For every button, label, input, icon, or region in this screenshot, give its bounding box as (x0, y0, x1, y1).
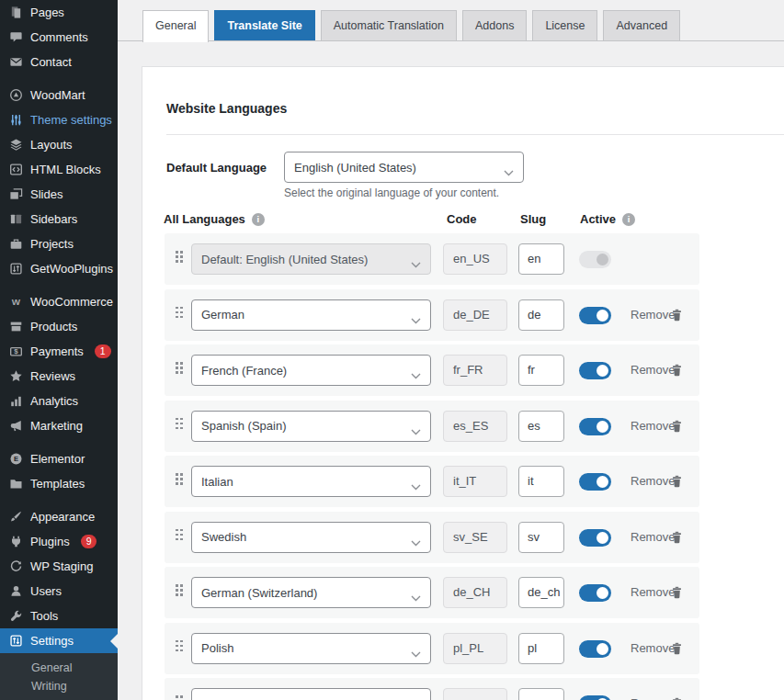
active-toggle[interactable] (579, 418, 611, 435)
info-icon[interactable]: i (252, 213, 265, 226)
sidebar-item-pages[interactable]: Pages (0, 0, 118, 25)
sidebar-item-tools[interactable]: Tools (0, 604, 118, 628)
slug-input[interactable]: fr (518, 355, 564, 386)
trash-icon[interactable] (670, 308, 684, 322)
drag-handle[interactable] (176, 307, 183, 323)
slug-input[interactable]: en (518, 243, 564, 275)
slug-input[interactable]: it (518, 466, 564, 497)
submenu-item-general[interactable]: General (0, 659, 118, 677)
active-toggle[interactable] (579, 473, 611, 491)
trash-icon[interactable] (670, 474, 684, 489)
sidebar-item-html-blocks[interactable]: HTML Blocks (0, 157, 118, 182)
sidebar-item-slides[interactable]: Slides (0, 182, 118, 207)
language-select[interactable]: German (Switzerland) (191, 577, 431, 608)
sidebar-item-comments[interactable]: Comments (0, 25, 118, 50)
sidebar-item-analytics[interactable]: Analytics (0, 389, 118, 413)
sidebar-item-appearance[interactable]: Appearance (0, 504, 118, 529)
sidebar-item-elementor[interactable]: EElementor (0, 446, 118, 471)
sidebar-item-reviews[interactable]: Reviews (0, 364, 118, 389)
drag-handle[interactable] (176, 418, 183, 435)
slug-input[interactable]: de_ch (518, 577, 564, 608)
notification-badge: 1 (95, 344, 111, 358)
active-toggle[interactable] (579, 362, 611, 379)
sidebar-item-projects[interactable]: Projects (0, 231, 118, 256)
language-row: Polishpl_PLplRemove (165, 623, 699, 674)
language-select[interactable]: Spanish (Spain) (191, 411, 431, 442)
active-toggle[interactable] (579, 640, 611, 658)
slug-input[interactable]: es (518, 411, 564, 442)
wp-staging-icon (8, 559, 23, 574)
slug-input[interactable]: pl (518, 633, 564, 664)
trash-icon[interactable] (670, 696, 684, 700)
code-field: en_US (443, 243, 507, 275)
divider (166, 134, 784, 135)
remove-button[interactable]: Remove (631, 678, 675, 700)
sidebar-item-templates[interactable]: Templates (0, 471, 118, 496)
tab-addons[interactable]: Addons (462, 10, 527, 40)
sidebar-item-label: Products (30, 320, 77, 333)
drag-handle[interactable] (176, 362, 183, 378)
trash-icon[interactable] (670, 363, 684, 378)
trash-icon[interactable] (670, 585, 684, 600)
trash-icon[interactable] (670, 419, 684, 434)
drag-handle[interactable] (176, 529, 183, 546)
active-toggle[interactable] (579, 584, 611, 602)
slug-input[interactable] (518, 688, 564, 700)
remove-button[interactable]: Remove (631, 456, 675, 507)
tab-license[interactable]: License (532, 10, 597, 40)
trash-icon[interactable] (670, 641, 684, 656)
sidebar-item-layouts[interactable]: Layouts (0, 132, 118, 157)
submenu-item-writing[interactable]: Writing (0, 677, 118, 695)
sidebar-item-label: Projects (30, 237, 74, 251)
remove-button[interactable]: Remove (631, 567, 675, 618)
sidebar-item-contact[interactable]: Contact (0, 50, 118, 74)
marketing-icon (8, 419, 23, 434)
active-toggle[interactable] (579, 307, 611, 324)
sidebar-item-users[interactable]: Users (0, 579, 118, 604)
remove-button[interactable]: Remove (631, 344, 675, 396)
language-select[interactable] (191, 688, 431, 700)
sidebar-item-plugins[interactable]: Plugins9 (0, 529, 118, 554)
language-select[interactable]: German (191, 299, 431, 331)
remove-button[interactable]: Remove (631, 289, 675, 341)
language-select[interactable]: Polish (191, 633, 431, 664)
slug-input[interactable]: sv (518, 522, 564, 553)
sidebar-item-settings[interactable]: Settings (0, 628, 118, 653)
drag-handle[interactable] (176, 473, 183, 490)
remove-button[interactable]: Remove (631, 401, 675, 452)
drag-handle[interactable] (176, 640, 183, 657)
svg-text:E: E (14, 455, 18, 463)
tab-general[interactable]: General (142, 10, 209, 42)
remove-button[interactable]: Remove (631, 512, 675, 563)
sidebar-item-payments[interactable]: $Payments1 (0, 339, 118, 364)
sidebar-item-woocommerce[interactable]: WWooCommerce (0, 289, 118, 314)
sidebar-item-marketing[interactable]: Marketing (0, 413, 118, 438)
sidebar-item-products[interactable]: Products (0, 314, 118, 339)
info-icon[interactable]: i (622, 213, 635, 226)
language-select[interactable]: Italian (191, 466, 431, 497)
remove-button[interactable]: Remove (631, 623, 675, 674)
sidebar-item-wp-staging[interactable]: WP Staging (0, 554, 118, 579)
language-row: Germande_DEdeRemove (165, 289, 699, 341)
language-select[interactable]: French (France) (191, 355, 431, 386)
tab-advanced[interactable]: Advanced (603, 10, 680, 40)
active-toggle[interactable] (579, 529, 611, 547)
drag-handle[interactable] (176, 251, 183, 267)
active-toggle[interactable] (579, 695, 611, 700)
drag-handle[interactable] (176, 584, 183, 601)
language-select[interactable]: Default: English (United States) (191, 243, 431, 275)
sidebar-item-getwooplugins[interactable]: GetWooPlugins (0, 256, 118, 281)
tab-automatic-translation[interactable]: Automatic Translation (321, 10, 457, 40)
tab-translate-site[interactable]: Translate Site (214, 10, 314, 40)
sidebar-item-theme-settings[interactable]: Theme settings (0, 107, 118, 132)
sidebar-item-sidebars[interactable]: Sidebars (0, 207, 118, 231)
default-language-select[interactable]: English (United States) (284, 152, 524, 183)
sidebar-item-label: Theme settings (30, 113, 112, 127)
slug-input[interactable]: de (518, 299, 564, 331)
sidebar-item-woodmart[interactable]: WoodMart (0, 83, 118, 107)
drag-handle[interactable] (176, 695, 183, 700)
sidebar-item-label: WP Staging (30, 559, 93, 573)
analytics-icon (8, 394, 23, 409)
language-select[interactable]: Swedish (191, 522, 431, 553)
trash-icon[interactable] (670, 530, 684, 545)
